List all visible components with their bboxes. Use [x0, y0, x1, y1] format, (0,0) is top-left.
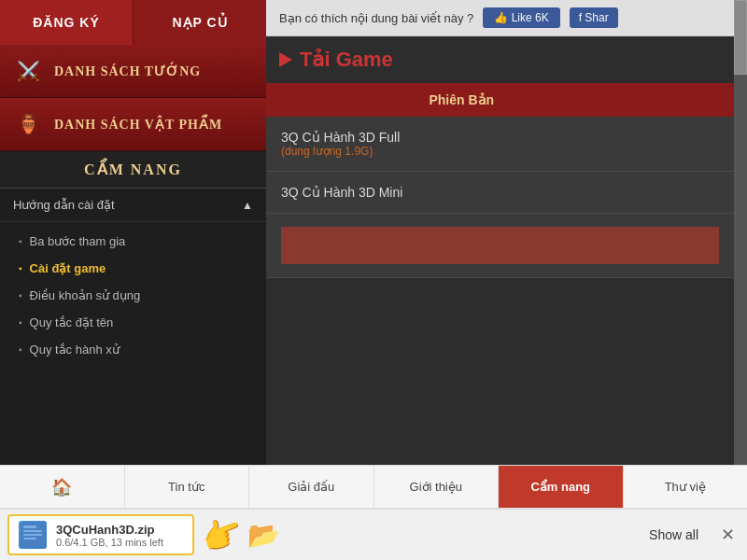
section-title: Tải Game: [300, 48, 393, 72]
nav-tin-tuc[interactable]: Tin tức: [125, 466, 250, 508]
chevron-up-icon: ▲: [242, 199, 253, 212]
like-bar: Bạn có thích nội dung bài viết này ? 👍 L…: [266, 0, 747, 36]
faded-content: [281, 227, 719, 264]
scrollbar-thumb[interactable]: [734, 0, 747, 75]
sidebar-item-tuong[interactable]: ⚔️ Danh Sách Tướng: [0, 45, 266, 98]
huong-dan-header[interactable]: Hướng dẫn cài đặt ▲: [0, 189, 266, 222]
section-header: Tải Game: [266, 36, 747, 83]
download-bar: 3QCuHanh3D.zip 0.6/4.1 GB, 13 mins left …: [0, 508, 747, 560]
close-button[interactable]: ✕: [713, 521, 741, 549]
download-name-1: 3Q Củ Hành 3D Full: [281, 130, 642, 145]
scrollbar-track[interactable]: [734, 0, 747, 504]
sidebar: Đăng ký Nạp củ ⚔️ Danh Sách Tướng 🏺 Danh…: [0, 0, 266, 504]
topup-button[interactable]: Nạp củ: [134, 0, 266, 45]
section-arrow-icon: [279, 52, 292, 67]
folder-icon: 📂: [247, 520, 280, 551]
download-item-1: 3Q Củ Hành 3D Full (dung lượng 1.9G): [266, 117, 657, 172]
sidebar-top-buttons: Đăng ký Nạp củ: [0, 0, 266, 45]
main-content: Bạn có thích nội dung bài viết này ? 👍 L…: [266, 0, 747, 504]
nav-item-cai-dat[interactable]: Cài đặt game: [0, 255, 266, 282]
show-all-button[interactable]: Show all: [634, 522, 713, 548]
tuong-label: Danh Sách Tướng: [54, 63, 201, 79]
file-progress: 0.6/4.1 GB, 13 mins left: [56, 537, 163, 548]
hand-pointer-icon: 👉: [196, 510, 249, 560]
vatpham-icon: 🏺: [11, 107, 45, 141]
download-item-2: 3Q Củ Hành 3D Mini: [266, 172, 657, 214]
nav-gioi-thieu[interactable]: Giới thiệu: [374, 466, 500, 508]
tuong-icon: ⚔️: [11, 54, 45, 88]
download-btn-area-2: [657, 172, 734, 214]
sidebar-nav-list: Ba bước tham gia Cài đặt game Điều khoản…: [0, 222, 266, 504]
share-button[interactable]: f Shar: [570, 7, 618, 28]
nav-item-quy-tac-hanh-xu[interactable]: Quy tắc hành xử: [0, 336, 266, 363]
like-text: Bạn có thích nội dung bài viết này ?: [279, 11, 473, 25]
nav-thu-vien[interactable]: Thư việ: [624, 466, 748, 508]
svg-rect-4: [23, 538, 36, 539]
nav-item-dieu-khoan[interactable]: Điều khoản sử dụng: [0, 282, 266, 309]
cam-nang-title: Cẩm Nang: [11, 161, 255, 178]
download-table: Phiên Bản 3Q Củ Hành 3D Full (dung lượng…: [266, 83, 734, 278]
like-button[interactable]: 👍 Like 6K: [483, 7, 559, 28]
table-header-phienban: Phiên Bản: [266, 83, 657, 117]
nav-home[interactable]: 🏠: [0, 466, 125, 508]
table-row: 3Q Củ Hành 3D Full (dung lượng 1.9G): [266, 117, 734, 172]
huong-dan-label: Hướng dẫn cài đặt: [13, 198, 115, 212]
nav-item-ba-buoc[interactable]: Ba bước tham gia: [0, 228, 266, 255]
register-button[interactable]: Đăng ký: [0, 0, 134, 45]
file-icon: [19, 521, 47, 549]
table-row: 3Q Củ Hành 3D Mini: [266, 172, 734, 214]
table-header-download: [657, 83, 734, 117]
download-size-1: (dung lượng 1.9G): [281, 145, 642, 158]
download-file-card[interactable]: 3QCuHanh3D.zip 0.6/4.1 GB, 13 mins left: [7, 514, 194, 555]
download-name-2: 3Q Củ Hành 3D Mini: [281, 185, 642, 200]
home-icon: 🏠: [51, 477, 72, 497]
svg-rect-3: [23, 534, 42, 536]
faded-row: [266, 214, 734, 278]
vatpham-label: Danh Sách Vật Phẩm: [54, 117, 222, 133]
svg-rect-2: [23, 530, 42, 532]
nav-giai-dau[interactable]: Giải đấu: [249, 466, 374, 508]
svg-rect-1: [23, 525, 36, 528]
file-name: 3QCuHanh3D.zip: [56, 523, 163, 537]
nav-cam-nang[interactable]: Cẩm nang: [499, 466, 624, 508]
cam-nang-header: Cẩm Nang: [0, 151, 266, 189]
bottom-nav: 🏠 Tin tức Giải đấu Giới thiệu Cẩm nang T…: [0, 465, 747, 508]
nav-item-quy-tac-ten[interactable]: Quy tắc đặt tên: [0, 309, 266, 336]
sidebar-item-vatpham[interactable]: 🏺 Danh Sách Vật Phẩm: [0, 98, 266, 151]
file-info: 3QCuHanh3D.zip 0.6/4.1 GB, 13 mins left: [56, 523, 163, 548]
download-btn-area-1: [657, 117, 734, 172]
